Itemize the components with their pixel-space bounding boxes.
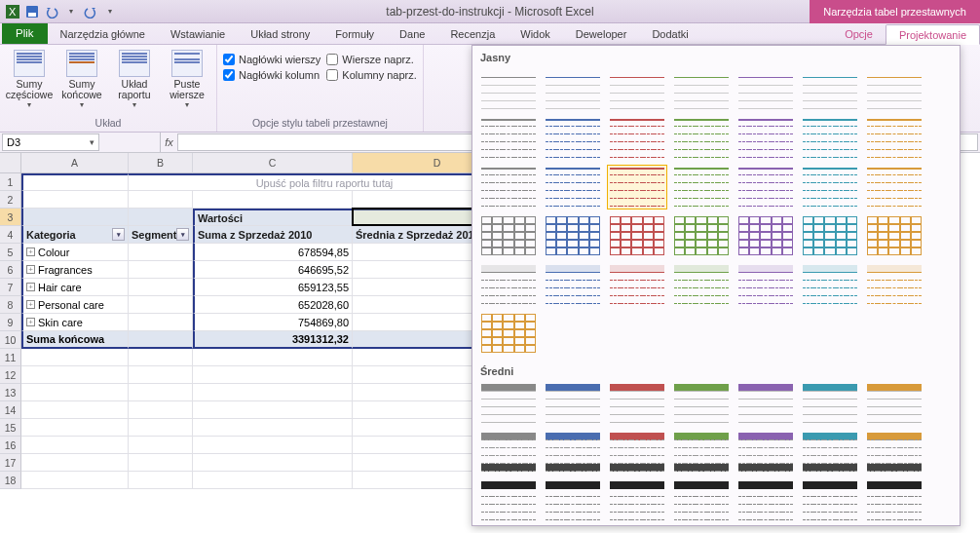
row-header[interactable]: 17 [0, 454, 21, 472]
style-thumb[interactable] [607, 430, 667, 475]
col-field-header[interactable]: Segment▾ [129, 226, 193, 244]
gallery-scroll[interactable]: Jasny Średni [472, 46, 960, 525]
cell[interactable] [21, 366, 129, 384]
cell[interactable] [129, 437, 193, 454]
style-thumb[interactable] [864, 213, 924, 258]
style-thumb[interactable] [478, 213, 539, 258]
banded-rows-checkbox[interactable]: Wiersze naprz. [326, 54, 416, 65]
tab-review[interactable]: Recenzja [437, 23, 508, 44]
style-thumb[interactable] [671, 213, 732, 258]
cell[interactable] [129, 454, 193, 472]
style-thumb[interactable] [478, 262, 539, 307]
expand-icon[interactable]: + [26, 247, 35, 256]
style-thumb[interactable] [671, 478, 732, 523]
cell[interactable] [21, 472, 129, 489]
row-header[interactable]: 3 [0, 209, 21, 226]
cell[interactable] [129, 401, 193, 419]
row-header[interactable]: 7 [0, 279, 21, 296]
style-thumb[interactable] [800, 67, 860, 112]
cell[interactable] [193, 366, 353, 384]
style-thumb[interactable] [543, 381, 603, 426]
cell[interactable]: 678594,85 [193, 244, 353, 261]
pivot-row-item[interactable]: +Colour [21, 244, 129, 261]
row-header[interactable]: 12 [0, 366, 21, 384]
cell[interactable] [193, 437, 353, 454]
style-thumb[interactable] [800, 165, 860, 209]
pivot-row-item[interactable]: +Skin care [21, 314, 129, 331]
tab-data[interactable]: Dane [387, 23, 437, 44]
cell[interactable] [129, 419, 193, 437]
row-header[interactable]: 14 [0, 401, 21, 419]
cell[interactable] [129, 191, 193, 209]
style-thumb[interactable] [607, 478, 667, 523]
column-header[interactable]: C [193, 153, 353, 173]
cell[interactable] [21, 384, 129, 401]
style-thumb[interactable] [607, 165, 667, 209]
cell[interactable] [193, 191, 353, 209]
style-thumb[interactable] [800, 213, 860, 258]
cell[interactable] [193, 349, 353, 366]
redo-icon[interactable] [82, 3, 99, 20]
style-thumb[interactable] [864, 67, 924, 112]
pivot-filter-drop[interactable]: Upuść pola filtru raportu tutaj [129, 173, 522, 191]
save-icon[interactable] [23, 3, 41, 20]
style-thumb[interactable] [735, 478, 796, 523]
row-header[interactable]: 16 [0, 437, 21, 454]
tab-home[interactable]: Narzędzia główne [48, 23, 158, 44]
cell[interactable] [21, 173, 129, 191]
cell[interactable]: 754869,80 [193, 314, 353, 331]
cell[interactable] [129, 314, 193, 331]
style-thumb[interactable] [543, 213, 603, 258]
style-thumb[interactable] [671, 381, 732, 426]
style-thumb[interactable] [543, 262, 603, 307]
expand-icon[interactable]: + [26, 318, 35, 326]
cell[interactable] [193, 472, 353, 489]
row-header[interactable]: 13 [0, 384, 21, 401]
style-thumb[interactable] [800, 430, 860, 475]
row-header[interactable]: 9 [0, 314, 21, 331]
style-thumb[interactable] [478, 116, 539, 161]
style-thumb[interactable] [800, 262, 860, 307]
style-thumb[interactable] [478, 478, 539, 523]
tab-options[interactable]: Opcje [832, 23, 886, 44]
tab-view[interactable]: Widok [508, 23, 563, 44]
style-thumb[interactable] [543, 478, 603, 523]
tab-design[interactable]: Projektowanie [886, 24, 980, 45]
filter-dropdown-icon[interactable]: ▾ [176, 228, 189, 241]
style-thumb[interactable] [478, 381, 539, 426]
select-all-corner[interactable] [0, 153, 21, 173]
row-header[interactable]: 4 [0, 226, 21, 244]
style-thumb[interactable] [607, 116, 667, 161]
style-thumb[interactable] [735, 213, 796, 258]
pivot-row-item[interactable]: +Hair care [21, 279, 129, 296]
cell[interactable] [21, 401, 129, 419]
style-thumb[interactable] [543, 430, 603, 475]
style-thumb[interactable] [864, 381, 924, 426]
style-thumb[interactable] [864, 430, 924, 475]
style-thumb[interactable] [864, 262, 924, 307]
name-box[interactable]: D3 ▾ [2, 133, 99, 151]
cell[interactable] [193, 401, 353, 419]
style-thumb[interactable] [543, 116, 603, 161]
style-thumb[interactable] [864, 165, 924, 209]
cell[interactable] [193, 419, 353, 437]
cell[interactable]: 652028,60 [193, 296, 353, 314]
cell[interactable] [129, 349, 193, 366]
undo-dropdown-icon[interactable]: ▾ [62, 3, 80, 20]
subtotals-button[interactable]: Sumy częściowe ▾ [6, 50, 53, 109]
row-header[interactable]: 5 [0, 244, 21, 261]
style-thumb[interactable] [478, 67, 539, 112]
cell[interactable] [21, 419, 129, 437]
style-thumb[interactable] [607, 213, 667, 258]
style-thumb[interactable] [735, 262, 796, 307]
undo-icon[interactable] [43, 3, 60, 20]
cell[interactable] [193, 384, 353, 401]
style-thumb[interactable] [735, 67, 796, 112]
cell[interactable]: 3391312,32 [193, 331, 353, 349]
style-thumb[interactable] [671, 67, 732, 112]
style-thumb[interactable] [800, 116, 860, 161]
row-field-header[interactable]: Kategoria▾ [21, 226, 129, 244]
style-thumb[interactable] [735, 430, 796, 475]
style-thumb[interactable] [735, 165, 796, 209]
row-header[interactable]: 11 [0, 349, 21, 366]
